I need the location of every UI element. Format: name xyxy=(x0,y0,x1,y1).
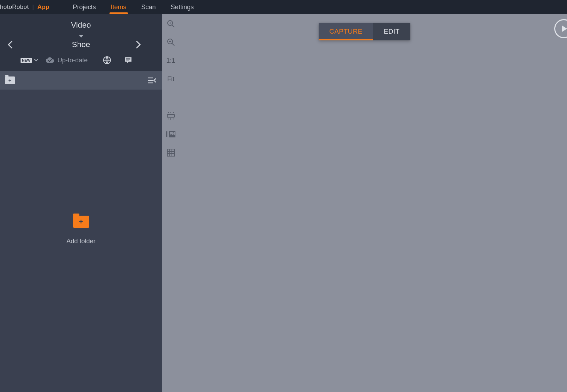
canvas-tool-column: 1:1 Fit xyxy=(165,18,176,158)
status-dropdown[interactable]: NEW xyxy=(21,58,38,63)
add-folder-small-button[interactable] xyxy=(5,76,15,84)
svg-point-18 xyxy=(173,119,174,119)
svg-point-24 xyxy=(173,132,174,133)
sync-status: Up-to-date xyxy=(45,57,88,64)
sidebar: Video Shoe NEW xyxy=(0,14,162,392)
zoom-in-button[interactable] xyxy=(165,18,176,29)
zoom-1to1-button[interactable]: 1:1 xyxy=(165,55,176,66)
top-navbar: hotoRobot | App Projects Items Scan Sett… xyxy=(0,0,567,14)
item-title: Shoe xyxy=(72,40,90,49)
menu-collapse-icon xyxy=(148,77,156,84)
mode-toggle: CAPTURE EDIT xyxy=(319,23,410,40)
tab-projects[interactable]: Projects xyxy=(73,0,96,14)
svg-point-17 xyxy=(168,119,169,119)
section-title-video: Video xyxy=(0,21,162,35)
edit-mode-button[interactable]: EDIT xyxy=(373,23,410,40)
centerline-tool-button[interactable] xyxy=(165,110,176,121)
top-nav-tabs: Projects Items Scan Settings xyxy=(73,0,194,14)
tab-items[interactable]: Items xyxy=(111,0,127,14)
publish-button[interactable] xyxy=(102,56,112,65)
compare-images-button[interactable] xyxy=(165,129,176,140)
cloud-check-icon xyxy=(45,57,55,63)
next-item-button[interactable] xyxy=(132,38,145,51)
brand-separator: | xyxy=(32,4,34,11)
zoom-fit-button[interactable]: Fit xyxy=(165,74,176,84)
svg-point-20 xyxy=(173,112,174,113)
sidebar-header: Video Shoe NEW xyxy=(0,14,162,71)
sync-status-text: Up-to-date xyxy=(57,57,88,64)
svg-rect-15 xyxy=(167,114,174,117)
tool-spacer xyxy=(165,92,176,103)
folder-toolbar xyxy=(0,71,162,90)
zoom-in-icon xyxy=(167,19,175,28)
collapse-panel-button[interactable] xyxy=(147,75,157,85)
image-compare-icon xyxy=(166,131,175,138)
centerline-icon xyxy=(167,112,175,120)
item-nav: Shoe xyxy=(0,35,162,53)
canvas-area: 1:1 Fit xyxy=(162,14,567,392)
folder-plus-icon xyxy=(73,216,89,228)
add-folder-label: Add folder xyxy=(66,238,95,245)
chevron-right-icon xyxy=(136,41,141,49)
play-preview-button[interactable] xyxy=(554,19,567,38)
add-folder-button[interactable]: Add folder xyxy=(66,216,95,245)
folder-list-area: Add folder xyxy=(0,90,162,392)
chevron-left-icon xyxy=(7,41,12,49)
grid-tool-button[interactable] xyxy=(165,147,176,158)
new-badge: NEW xyxy=(21,58,32,63)
brand: hotoRobot | App xyxy=(0,0,56,14)
comment-icon xyxy=(124,57,132,64)
capture-mode-button[interactable]: CAPTURE xyxy=(319,23,373,40)
globe-icon xyxy=(103,56,111,64)
brand-text-2: App xyxy=(38,4,50,11)
svg-line-12 xyxy=(172,43,174,46)
zoom-out-button[interactable] xyxy=(165,37,176,47)
item-status-row: NEW Up-to-date xyxy=(0,53,162,71)
prev-item-button[interactable] xyxy=(4,38,16,51)
comments-button[interactable] xyxy=(124,56,133,65)
svg-rect-25 xyxy=(167,149,174,156)
dropdown-caret-icon xyxy=(34,59,38,62)
brand-text-1: hotoRobot xyxy=(0,4,29,11)
svg-point-19 xyxy=(168,112,169,113)
tab-settings[interactable]: Settings xyxy=(171,0,194,14)
grid-icon xyxy=(167,149,175,157)
zoom-out-icon xyxy=(167,38,175,46)
svg-line-8 xyxy=(172,25,174,27)
tab-scan[interactable]: Scan xyxy=(141,0,156,14)
